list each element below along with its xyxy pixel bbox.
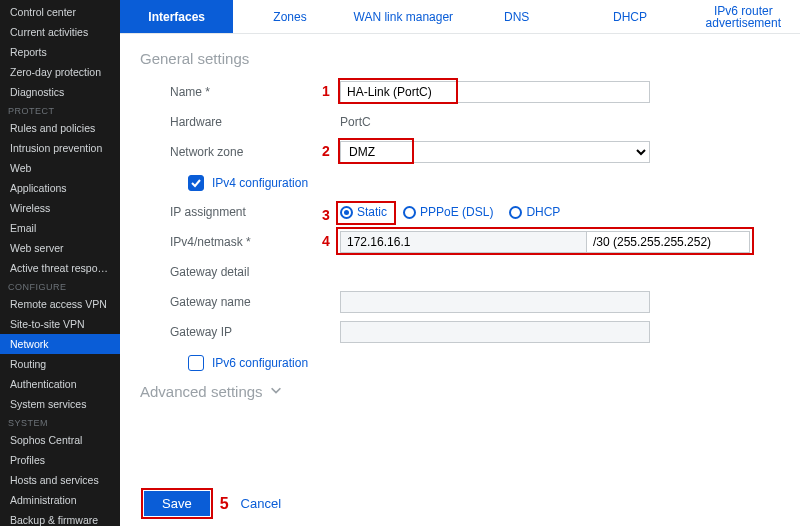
page-tabs: Interfaces Zones WAN link manager DNS DH…: [120, 0, 800, 34]
nav-web[interactable]: Web: [0, 158, 120, 178]
nav-section-configure: CONFIGURE: [0, 278, 120, 294]
nav-email[interactable]: Email: [0, 218, 120, 238]
nav-atr[interactable]: Active threat response: [0, 258, 120, 278]
nav-auth[interactable]: Authentication: [0, 374, 120, 394]
nav-zero-day[interactable]: Zero-day protection: [0, 62, 120, 82]
nav-profiles[interactable]: Profiles: [0, 450, 120, 470]
nav-routing[interactable]: Routing: [0, 354, 120, 374]
row-zone: Network zone 2 DMZ: [140, 137, 780, 167]
sidebar: Control center Current activities Report…: [0, 0, 120, 526]
row-ipv4-toggle: IPv4 configuration: [140, 167, 780, 197]
nav-sys-services[interactable]: System services: [0, 394, 120, 414]
form-footer: Save 5 Cancel: [120, 485, 800, 526]
row-ipv4-netmask: IPv4/netmask * 4: [140, 227, 780, 257]
nav-control-center[interactable]: Control center: [0, 2, 120, 22]
label-gw-name: Gateway name: [140, 295, 340, 309]
nav-ips[interactable]: Intrusion prevention: [0, 138, 120, 158]
hardware-value: PortC: [340, 115, 371, 129]
ipv6-checkbox[interactable]: [188, 355, 204, 371]
netmask-input[interactable]: [587, 231, 750, 253]
gw-ip-input[interactable]: [340, 321, 650, 343]
label-gw-detail: Gateway detail: [140, 265, 340, 279]
row-ip-assign: IP assignment 3 Static PPPoE (DSL) DHCP: [140, 197, 780, 227]
row-gw-name: Gateway name: [140, 287, 780, 317]
zone-select[interactable]: DMZ: [340, 141, 650, 163]
nav-web-server[interactable]: Web server: [0, 238, 120, 258]
row-gw-detail: Gateway detail: [140, 257, 780, 287]
nav-ra-vpn[interactable]: Remote access VPN: [0, 294, 120, 314]
tab-dhcp[interactable]: DHCP: [573, 0, 686, 33]
tab-zones[interactable]: Zones: [233, 0, 346, 33]
ip-assign-radiogroup: Static PPPoE (DSL) DHCP: [340, 205, 780, 219]
callout-num-1: 1: [322, 83, 330, 99]
nav-wireless[interactable]: Wireless: [0, 198, 120, 218]
advanced-title: Advanced settings: [140, 383, 263, 400]
callout-num-2: 2: [322, 143, 330, 159]
nav-s2s-vpn[interactable]: Site-to-site VPN: [0, 314, 120, 334]
section-general: General settings: [140, 50, 780, 67]
save-button[interactable]: Save: [144, 491, 210, 516]
nav-admin[interactable]: Administration: [0, 490, 120, 510]
chevron-down-icon: [269, 383, 283, 400]
ipv4-label: IPv4 configuration: [212, 176, 308, 190]
name-input[interactable]: [340, 81, 650, 103]
label-hardware: Hardware: [140, 115, 340, 129]
label-ipv4-netmask: IPv4/netmask *: [140, 235, 340, 249]
nav-network[interactable]: Network: [0, 334, 120, 354]
ip-input[interactable]: [340, 231, 587, 253]
tab-wan-link[interactable]: WAN link manager: [347, 0, 460, 33]
nav-section-system: SYSTEM: [0, 414, 120, 430]
nav-reports[interactable]: Reports: [0, 42, 120, 62]
nav-diagnostics[interactable]: Diagnostics: [0, 82, 120, 102]
nav-sophos-central[interactable]: Sophos Central: [0, 430, 120, 450]
ipv6-label: IPv6 configuration: [212, 356, 308, 370]
row-name: Name * 1: [140, 77, 780, 107]
radio-static[interactable]: Static: [340, 205, 387, 219]
callout-num-5: 5: [220, 495, 229, 513]
tab-dns[interactable]: DNS: [460, 0, 573, 33]
row-hardware: Hardware PortC: [140, 107, 780, 137]
check-icon: [191, 178, 201, 188]
callout-num-4: 4: [322, 233, 330, 249]
tab-interfaces[interactable]: Interfaces: [120, 0, 233, 33]
main-pane: Interfaces Zones WAN link manager DNS DH…: [120, 0, 800, 526]
nav-backup[interactable]: Backup & firmware: [0, 510, 120, 526]
nav-hosts[interactable]: Hosts and services: [0, 470, 120, 490]
radio-dhcp[interactable]: DHCP: [509, 205, 560, 219]
label-zone: Network zone: [140, 145, 340, 159]
label-ip-assign: IP assignment: [140, 205, 340, 219]
label-gw-ip: Gateway IP: [140, 325, 340, 339]
form-content: General settings Name * 1 Hardware PortC…: [120, 34, 800, 485]
row-ipv6-toggle: IPv6 configuration: [140, 347, 780, 377]
ipv4-checkbox[interactable]: [188, 175, 204, 191]
callout-num-3: 3: [322, 207, 330, 223]
label-name: Name *: [140, 85, 340, 99]
gw-name-input[interactable]: [340, 291, 650, 313]
row-gw-ip: Gateway IP: [140, 317, 780, 347]
nav-apps[interactable]: Applications: [0, 178, 120, 198]
nav-current-activities[interactable]: Current activities: [0, 22, 120, 42]
nav-rules[interactable]: Rules and policies: [0, 118, 120, 138]
section-advanced[interactable]: Advanced settings: [140, 383, 780, 400]
cancel-link[interactable]: Cancel: [241, 496, 281, 511]
tab-ipv6-router-adv[interactable]: IPv6 router advertisement: [687, 0, 800, 33]
ip-netmask-group: [340, 231, 750, 253]
nav-section-protect: PROTECT: [0, 102, 120, 118]
radio-pppoe[interactable]: PPPoE (DSL): [403, 205, 493, 219]
